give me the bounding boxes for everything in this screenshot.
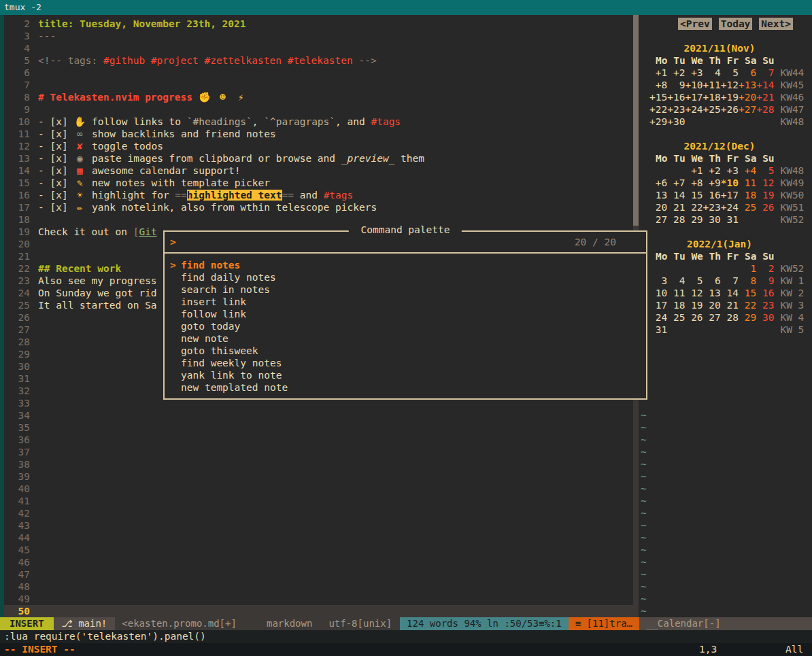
calendar-day[interactable]: 21 <box>667 202 685 213</box>
calendar-day[interactable]: +3 <box>721 165 739 176</box>
calendar-day[interactable]: 12 <box>756 177 774 188</box>
calendar-day[interactable]: +2 <box>703 165 721 176</box>
calendar-day[interactable]: 6 <box>703 275 721 286</box>
calendar-day[interactable]: +17 <box>721 190 739 201</box>
editor-line[interactable]: 38 <box>4 458 633 470</box>
calendar-day[interactable]: +26 <box>721 104 739 115</box>
calendar-day[interactable]: 30 <box>703 214 721 225</box>
editor-line[interactable]: 39 <box>4 470 633 483</box>
calendar-day[interactable]: +25 <box>703 104 721 115</box>
editor-line[interactable]: 50 <box>4 605 633 617</box>
calendar-day[interactable]: 14 <box>721 288 739 298</box>
calendar-day[interactable]: +30 <box>667 116 685 127</box>
calendar-day[interactable]: +20 <box>739 92 756 103</box>
calendar-day[interactable]: 5 <box>685 275 703 286</box>
calendar-day[interactable]: +16 <box>667 92 685 103</box>
calendar-day[interactable]: 2 <box>756 263 774 274</box>
calendar-day[interactable]: 4 <box>703 67 721 78</box>
editor-line[interactable]: 40 <box>4 483 633 495</box>
calendar-day[interactable]: 16 <box>756 288 774 298</box>
calendar-day[interactable]: 15 <box>685 190 703 201</box>
calendar-day[interactable]: 22 <box>739 300 756 311</box>
editor-line[interactable]: 18 <box>4 213 633 226</box>
editor-line[interactable]: 4 <box>4 42 633 54</box>
calendar-day[interactable]: +22 <box>649 104 667 115</box>
editor-line[interactable]: 47 <box>4 568 633 581</box>
calendar-day[interactable]: +15 <box>649 92 667 103</box>
editor-line[interactable]: 44 <box>4 532 633 544</box>
calendar-day[interactable]: 30 <box>756 312 774 323</box>
editor-line[interactable]: 6 <box>4 67 633 79</box>
calendar-prev-button[interactable]: <Prev <box>678 18 712 30</box>
editor-line[interactable]: 3--- <box>4 30 633 42</box>
calendar-day[interactable]: 29 <box>739 312 756 323</box>
editor-line[interactable]: 7 <box>4 79 633 91</box>
calendar-day[interactable]: +9 <box>703 177 721 188</box>
calendar-day[interactable]: +1 <box>685 165 703 176</box>
calendar-day[interactable]: 19 <box>685 300 703 311</box>
editor-line[interactable]: 42 <box>4 507 633 519</box>
editor-line[interactable]: 41 <box>4 495 633 507</box>
calendar-day[interactable]: 4 <box>667 275 685 286</box>
editor-line[interactable]: 10- [x] ✋ follow links to `#headings`, `… <box>4 116 633 128</box>
calendar-day[interactable]: +6 <box>649 177 667 188</box>
palette-item[interactable]: follow link <box>165 308 646 320</box>
calendar-day[interactable]: +2 <box>667 67 685 78</box>
calendar-day[interactable]: +19 <box>721 92 739 103</box>
palette-item[interactable]: find weekly notes <box>165 357 646 369</box>
calendar-day[interactable]: +18 <box>703 92 721 103</box>
editor-line[interactable]: 36 <box>4 434 633 446</box>
editor-line[interactable]: 16- [x] ☀ highlight for ==highlighted te… <box>4 189 633 201</box>
calendar-day[interactable]: +1 <box>649 67 667 78</box>
calendar-day[interactable]: 23 <box>756 300 774 311</box>
calendar-day[interactable]: 27 <box>703 312 721 323</box>
calendar-day[interactable]: 13 <box>649 190 667 201</box>
editor-line[interactable]: 34 <box>4 409 633 421</box>
palette-item[interactable]: search in notes <box>165 283 646 296</box>
editor-line[interactable]: 48 <box>4 581 633 593</box>
command-line[interactable]: :lua require('telekasten').panel() <box>0 630 812 643</box>
calendar-day[interactable]: +4 <box>739 165 756 176</box>
calendar-day[interactable]: *10 <box>721 177 739 188</box>
editor-line[interactable]: 15- [x] ✎ new notes with template picker <box>4 177 633 189</box>
editor-line[interactable]: 2title: Tuesday, November 23th, 2021 <box>4 18 633 30</box>
calendar-day[interactable]: 26 <box>756 202 774 213</box>
scrollbar-thumb[interactable] <box>633 15 639 226</box>
calendar-day[interactable]: 15 <box>739 288 756 298</box>
calendar-day[interactable]: 29 <box>685 214 703 225</box>
calendar-day[interactable]: 9 <box>667 80 685 90</box>
calendar-day[interactable]: +10 <box>685 80 703 90</box>
editor-line[interactable]: 17- [x] ✏ yank notelink, also from wthin… <box>4 201 633 213</box>
palette-item[interactable]: find daily notes <box>165 271 646 283</box>
calendar-day[interactable]: +8 <box>685 177 703 188</box>
calendar-day[interactable]: 8 <box>739 275 756 286</box>
calendar-day[interactable]: 9 <box>756 275 774 286</box>
editor-line[interactable]: 35 <box>4 421 633 434</box>
calendar-day[interactable]: 1 <box>739 263 756 274</box>
editor-line[interactable]: 37 <box>4 446 633 458</box>
calendar-day[interactable]: 5 <box>756 165 774 176</box>
palette-item[interactable]: goto thisweek <box>165 345 646 357</box>
editor-line[interactable]: 46 <box>4 556 633 568</box>
editor-line[interactable]: 14- [x] ▦ awesome calendar support! <box>4 165 633 177</box>
editor-line[interactable]: 5<!-- tags: #github #project #zettelkast… <box>4 54 633 67</box>
calendar-day[interactable]: 11 <box>667 288 685 298</box>
calendar-day[interactable]: +23 <box>667 104 685 115</box>
calendar-day[interactable]: +21 <box>756 92 774 103</box>
calendar-day[interactable]: 16 <box>703 190 721 201</box>
calendar-day[interactable]: +24 <box>721 202 739 213</box>
editor-line[interactable]: 11- [x] ∞ show backlinks and friend note… <box>4 128 633 140</box>
calendar-day[interactable]: 20 <box>649 202 667 213</box>
editor-line[interactable]: 45 <box>4 544 633 556</box>
editor-line[interactable]: 13- [x] ◉ paste images from clipboard or… <box>4 152 633 165</box>
calendar-day[interactable]: 20 <box>703 300 721 311</box>
calendar-day[interactable]: 7 <box>721 275 739 286</box>
calendar-day[interactable]: 22 <box>685 202 703 213</box>
palette-item[interactable]: insert link <box>165 296 646 308</box>
calendar-day[interactable]: 31 <box>721 214 739 225</box>
editor-line[interactable]: 49 <box>4 593 633 605</box>
calendar-day[interactable]: +28 <box>756 104 774 115</box>
editor-line[interactable]: 12- [x] ✘ toggle todos <box>4 140 633 152</box>
calendar-day[interactable]: 11 <box>739 177 756 188</box>
calendar-next-button[interactable]: Next> <box>759 18 793 30</box>
